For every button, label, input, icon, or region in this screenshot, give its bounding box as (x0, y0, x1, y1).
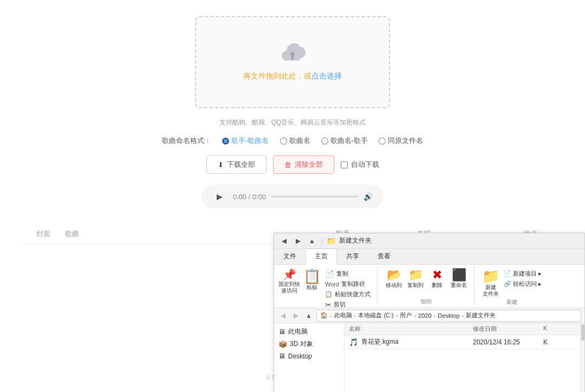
nav-forward-button[interactable]: ▶ (290, 310, 301, 321)
path-desktop[interactable]: Desktop (438, 312, 459, 319)
nav-back-button[interactable]: ◀ (277, 310, 288, 321)
upload-cloud-icon (279, 43, 306, 65)
download-all-button[interactable]: ⬇ 下载全部 (206, 155, 266, 174)
explorer-sidebar: 🖥 此电脑 📦 3D 对象 🖥 Desktop (274, 323, 344, 392)
new-group: 📁 新建文件夹 📄 新建项目 ▸ 🔗 轻松访问 ▸ 新建 (481, 267, 548, 305)
address-bar: ◀ ▶ ▲ 🏠 › 此电脑 › 本地磁盘 (C:) › 用户 › 2020 › … (274, 308, 584, 323)
clear-icon: 🗑 (284, 161, 291, 169)
copy-icon: 📄 (325, 270, 334, 278)
download-icon: ⬇ (218, 161, 224, 169)
organize-group: 📂 移动到 📁 复制到 ✖ 删除 ⬛ 重命名 组织 (384, 267, 474, 305)
organize-label: 组织 (384, 297, 469, 305)
delete-icon: ✖ (432, 269, 442, 281)
paste-icon: 📋 (303, 269, 321, 283)
radio-artist-song[interactable]: 歌手-歌曲名 (222, 136, 269, 146)
radio-song-artist[interactable]: 歌曲名-歌手 (321, 136, 368, 146)
auto-download-checkbox[interactable]: 自动下载 (341, 160, 379, 169)
address-path[interactable]: 🏠 › 此电脑 › 本地磁盘 (C:) › 用户 › 2020 › Deskto… (316, 310, 581, 322)
new-folder-icon: 📁 (482, 269, 499, 283)
file-explorer-window: ◀ ▶ ▲ 📁 新建文件夹 文件 主页 共享 查看 📌 固定到快速访问 (274, 233, 585, 392)
upload-drag-text: 将文件拖到此处，或点击选择 (243, 71, 342, 81)
col-name-header[interactable]: 名称 (349, 325, 473, 333)
progress-bar[interactable] (271, 195, 358, 198)
paste-label: 粘贴 (307, 284, 317, 291)
ribbon-content: 📌 固定到快速访问 📋 粘贴 📄 复制 Word 复制路径 (274, 265, 584, 308)
folder-icon: 📁 (327, 237, 336, 245)
delete-button[interactable]: ✖ 删除 (427, 269, 447, 289)
explorer-body: 🖥 此电脑 📦 3D 对象 🖥 Desktop 名称 修改日期 K 🎵 (274, 323, 584, 392)
clear-all-button[interactable]: 🗑 清除全部 (273, 155, 334, 174)
audio-player: ▶ 0:00 / 0:00 🔊 (22, 185, 563, 208)
radio-original[interactable]: 同原文件名 (379, 136, 423, 146)
sidebar-item-3d[interactable]: 📦 3D 对象 (274, 338, 344, 350)
play-button[interactable]: ▶ (212, 189, 227, 204)
volume-icon[interactable]: 🔊 (363, 192, 373, 201)
rename-icon: ⬛ (452, 269, 466, 281)
tab-view[interactable]: 查看 (368, 249, 400, 264)
player-bar: ▶ 0:00 / 0:00 🔊 (202, 185, 384, 208)
paste-button[interactable]: 📋 粘贴 (302, 269, 322, 291)
paste-shortcut-button[interactable]: 📋 粘贴快捷方式 (324, 290, 372, 299)
file-name: 青花瓷.kgma (361, 337, 473, 347)
pin-label: 固定到快速访问 (278, 281, 300, 294)
file-row[interactable]: 🎵 青花瓷.kgma 2020/12/4 16:25 K (344, 335, 580, 349)
col-type-header[interactable]: K (543, 325, 576, 333)
desktop-icon: 🖥 (278, 352, 285, 360)
new-buttons: 📁 新建文件夹 📄 新建项目 ▸ 🔗 轻松访问 ▸ (481, 267, 543, 297)
sidebar-item-desktop[interactable]: 🖥 Desktop (274, 350, 344, 362)
move-to-button[interactable]: 📂 移动到 (384, 269, 404, 289)
organize-buttons: 📂 移动到 📁 复制到 ✖ 删除 ⬛ 重命名 (384, 267, 469, 297)
copy-path-button[interactable]: Word 复制路径 (324, 279, 372, 289)
copy-path-icon: Word (325, 281, 339, 288)
copy-to-icon: 📁 (408, 269, 423, 281)
tab-share[interactable]: 共享 (337, 249, 368, 264)
pin-icon: 📌 (283, 269, 296, 280)
support-text: 支持酷狗、酷我、QQ音乐、网易云音乐等加密格式 (22, 118, 563, 127)
radio-song[interactable]: 歌曲名 (280, 136, 310, 146)
qt-back-icon[interactable]: ◀ (278, 236, 289, 246)
small-clipboard-btns: 📄 复制 Word 复制路径 📋 粘贴快捷方式 ✂ 剪切 (324, 269, 372, 309)
file-list-header: 名称 修改日期 K (344, 323, 580, 335)
path-computer[interactable]: 此电脑 (334, 311, 352, 319)
new-folder-button[interactable]: 📁 新建文件夹 (481, 269, 500, 297)
new-small-btns: 📄 新建项目 ▸ 🔗 轻松访问 ▸ (503, 269, 543, 289)
qt-up-icon[interactable]: ▲ (307, 236, 317, 246)
path-folder[interactable]: 新建文件夹 (466, 311, 496, 319)
tab-file[interactable]: 文件 (274, 249, 306, 264)
scroll-thumb (581, 324, 584, 341)
scissors-icon: ✂ (325, 301, 332, 309)
path-user[interactable]: 2020 (418, 312, 431, 319)
naming-label: 歌曲命名格式： (162, 136, 211, 146)
sidebar-item-computer[interactable]: 🖥 此电脑 (274, 325, 344, 338)
copy-button[interactable]: 📄 复制 (324, 269, 372, 278)
move-to-icon: 📂 (387, 269, 401, 281)
tab-home[interactable]: 主页 (306, 249, 337, 265)
path-disk[interactable]: 本地磁盘 (C:) (358, 311, 393, 319)
pin-quick-access-button[interactable]: 📌 固定到快速访问 (278, 269, 300, 294)
titlebar-title: 新建文件夹 (339, 236, 372, 245)
3d-icon: 📦 (278, 340, 287, 348)
nav-up-button[interactable]: ▲ (303, 310, 314, 321)
path-home-icon: 🏠 (320, 312, 328, 319)
explorer-titlebar: ◀ ▶ ▲ 📁 新建文件夹 (274, 233, 584, 249)
qt-sep (322, 237, 322, 245)
col-date-header[interactable]: 修改日期 (473, 325, 543, 333)
buttons-row: ⬇ 下载全部 🗑 清除全部 自动下载 (22, 155, 563, 174)
computer-icon: 🖥 (278, 328, 285, 336)
easy-access-button[interactable]: 🔗 轻松访问 ▸ (503, 279, 543, 289)
path-users[interactable]: 用户 (400, 311, 412, 319)
upload-click-select[interactable]: 点击选择 (311, 71, 342, 80)
naming-format-row: 歌曲命名格式： 歌手-歌曲名 歌曲名 歌曲名-歌手 同原文件名 (22, 136, 563, 146)
scroll-indicator[interactable] (580, 323, 584, 392)
rename-button[interactable]: ⬛ 重命名 (449, 269, 469, 289)
file-type: K (543, 338, 576, 346)
new-label: 新建 (481, 297, 543, 306)
paste-shortcut-icon: 📋 (325, 291, 333, 298)
qt-forward-icon[interactable]: ▶ (292, 236, 303, 246)
clipboard-group: 📌 固定到快速访问 📋 粘贴 📄 复制 Word 复制路径 (278, 267, 378, 305)
upload-area[interactable]: 将文件拖到此处，或点击选择 (195, 16, 390, 108)
new-item-button[interactable]: 📄 新建项目 ▸ (503, 269, 543, 278)
copy-to-button[interactable]: 📁 复制到 (406, 269, 425, 289)
ribbon-tabs: 文件 主页 共享 查看 (274, 249, 584, 265)
music-file-icon: 🎵 (349, 338, 358, 347)
